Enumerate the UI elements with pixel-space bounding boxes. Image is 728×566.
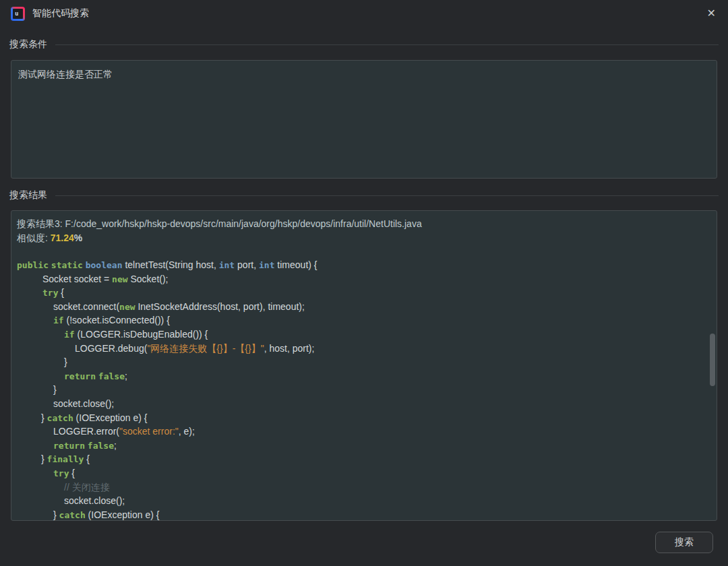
- code-token-pl: }: [64, 356, 67, 367]
- code-line: }: [17, 383, 711, 397]
- code-token-pl: ;: [114, 440, 117, 451]
- code-token-pl: InetSocketAddress(host, port), timeout);: [135, 301, 305, 312]
- code-token-pl: , host, port);: [264, 343, 315, 354]
- code-token-pl: {: [69, 468, 75, 478]
- code-token-st: "socket error:": [119, 426, 179, 437]
- similarity-line: 相似度: 71.24%: [17, 231, 711, 245]
- code-line: LOGGER.debug("网络连接失败【{}】-【{}】", host, po…: [17, 342, 711, 356]
- code-line: } catch (IOException e) {: [17, 411, 711, 425]
- code-token-pl: telnetTest(String host,: [123, 259, 219, 270]
- search-results-section-header: 搜索结果: [9, 189, 719, 202]
- indent-spacer: [17, 379, 64, 379]
- code-token-pl: socket.close();: [53, 398, 114, 409]
- indent-spacer: [17, 503, 64, 504]
- app-logo-icon: u: [11, 7, 25, 21]
- search-results-label: 搜索结果: [9, 189, 47, 201]
- code-token-pl: (IOException e) {: [73, 412, 148, 423]
- code-token-ty: int: [219, 260, 235, 270]
- code-line: }: [17, 355, 711, 369]
- similarity-label: 相似度:: [17, 232, 51, 243]
- code-token-kw: false: [98, 371, 125, 381]
- code-token-kw: if: [64, 329, 75, 340]
- indent-spacer: [17, 282, 42, 282]
- dialog-footer: 搜索: [0, 531, 728, 566]
- similarity-value: 71.24: [51, 232, 74, 243]
- code-token-kw: catch: [47, 413, 73, 423]
- indent-spacer: [17, 323, 53, 323]
- code-token-kw: new: [112, 274, 127, 284]
- search-condition-label: 搜索条件: [9, 38, 47, 51]
- code-line: Socket socket = new Socket();: [17, 272, 711, 286]
- title-bar: u 智能代码搜索 ✕: [0, 0, 728, 27]
- indent-spacer: [17, 448, 53, 449]
- code-line: LOGGER.error("socket error:", e);: [17, 425, 711, 439]
- code-token-ty: int: [259, 260, 274, 270]
- code-token-kw: try: [42, 288, 58, 298]
- indent-spacer: [17, 476, 53, 476]
- search-query-input[interactable]: 测试网络连接是否正常: [11, 60, 717, 179]
- dialog-title: 智能代码搜索: [32, 7, 89, 20]
- code-line: try {: [17, 286, 711, 300]
- code-token-kw: public: [17, 260, 49, 270]
- indent-spacer: [17, 490, 64, 491]
- code-token-pl: }: [53, 509, 59, 520]
- code-token-pl: {: [84, 453, 90, 464]
- close-icon[interactable]: ✕: [706, 7, 717, 20]
- code-token-pl: }: [41, 453, 47, 464]
- indent-spacer: [17, 365, 64, 365]
- code-token-pl: port,: [235, 259, 259, 270]
- code-token-st: "网络连接失败【{}】-【{}】": [147, 343, 264, 354]
- code-token-kw: catch: [59, 510, 86, 520]
- indent-spacer: [17, 517, 53, 518]
- code-token-pl: socket.close();: [64, 495, 125, 506]
- code-token-pl: LOGGER.debug(: [75, 343, 147, 354]
- code-token-kw: false: [88, 441, 114, 451]
- code-token-pl: (!socket.isConnected()) {: [64, 315, 170, 325]
- code-token-pl: }: [41, 412, 47, 423]
- code-line: public static boolean telnetTest(String …: [17, 258, 711, 272]
- similarity-unit: %: [74, 232, 82, 243]
- code-token-pl: {: [58, 287, 64, 298]
- code-line: return false;: [17, 439, 711, 453]
- code-token-pl: timeout) {: [274, 259, 317, 270]
- code-token-ty: boolean: [86, 260, 123, 270]
- code-token-pl: (IOException e) {: [86, 509, 160, 520]
- code-line: socket.connect(new InetSocketAddress(hos…: [17, 300, 711, 314]
- section-divider: [55, 195, 719, 196]
- code-token-kw: static: [51, 260, 83, 270]
- search-button[interactable]: 搜索: [655, 532, 713, 553]
- vertical-scrollbar-thumb[interactable]: [710, 334, 715, 386]
- code-token-pl: (LOGGER.isDebugEnabled()) {: [75, 329, 208, 340]
- code-line: try {: [17, 466, 711, 480]
- code-token-kw: if: [53, 315, 64, 325]
- code-token-pl: Socket socket =: [42, 274, 112, 284]
- code-block: public static boolean telnetTest(String …: [17, 258, 711, 521]
- code-token-kw: new: [119, 302, 135, 312]
- indent-spacer: [17, 392, 53, 393]
- code-line: } finally {: [17, 452, 711, 466]
- code-token-kw: return: [64, 371, 96, 381]
- result-file-path: 搜索结果3: F:/code_work/hskp/hskp-devops/src…: [17, 217, 711, 231]
- code-line: if (LOGGER.isDebugEnabled()) {: [17, 327, 711, 342]
- app-logo-glyph: u: [15, 10, 18, 17]
- code-token-kw: return: [53, 441, 85, 451]
- indent-spacer: [17, 351, 75, 352]
- code-token-pl: , e);: [179, 426, 195, 437]
- search-condition-section-header: 搜索条件: [9, 38, 719, 51]
- code-line: socket.close();: [17, 397, 711, 411]
- code-line: if (!socket.isConnected()) {: [17, 313, 711, 327]
- section-divider: [55, 44, 719, 45]
- code-token-pl: }: [53, 384, 57, 395]
- indent-spacer: [17, 309, 53, 310]
- indent-spacer: [17, 406, 53, 407]
- code-line: // 关闭连接: [17, 480, 711, 495]
- indent-spacer: [17, 337, 64, 338]
- indent-spacer: [17, 434, 53, 435]
- search-results-panel[interactable]: 搜索结果3: F:/code_work/hskp/hskp-devops/src…: [11, 210, 717, 521]
- code-token-pl: Socket();: [128, 274, 169, 284]
- code-token-pl: ;: [125, 371, 127, 381]
- code-search-dialog: u 智能代码搜索 ✕ 搜索条件 测试网络连接是否正常 搜索结果 搜索结果3: F…: [0, 0, 728, 566]
- indent-spacer: [17, 420, 41, 421]
- indent-spacer: [17, 462, 41, 462]
- code-token-cm: // 关闭连接: [64, 482, 110, 493]
